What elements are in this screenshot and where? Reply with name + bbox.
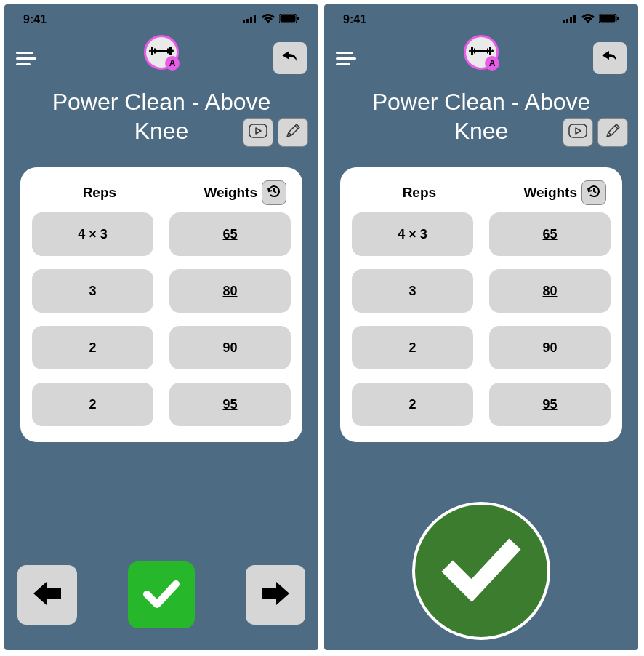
footer-nav (4, 561, 318, 650)
footer-done (324, 502, 638, 650)
card-header: Reps Weights (32, 180, 291, 212)
reps-cell[interactable]: 3 (352, 269, 473, 313)
undo-icon (600, 49, 619, 67)
svg-rect-8 (151, 47, 153, 55)
status-time: 9:41 (343, 13, 366, 26)
reps-cell[interactable]: 2 (32, 383, 153, 426)
cellular-icon (243, 13, 257, 26)
battery-icon (279, 13, 299, 26)
check-icon (141, 577, 182, 613)
reps-cell[interactable]: 4 × 3 (352, 212, 473, 256)
title-row: Power Clean - Above Knee (4, 80, 318, 145)
history-icon (586, 183, 602, 202)
done-big-button[interactable] (412, 502, 550, 640)
svg-rect-26 (489, 47, 491, 55)
arrow-left-icon (29, 577, 65, 612)
svg-point-13 (172, 50, 174, 52)
history-button[interactable] (262, 180, 286, 205)
svg-rect-30 (569, 124, 587, 137)
cellular-icon (563, 13, 577, 26)
status-time: 9:41 (23, 13, 47, 26)
sets-rows: 4 × 3 65 3 80 2 90 2 95 (352, 212, 611, 426)
svg-line-31 (615, 126, 618, 129)
phone-left: 9:41 A (4, 4, 318, 650)
play-icon (568, 124, 587, 141)
svg-rect-17 (566, 19, 568, 23)
edit-button[interactable] (278, 118, 308, 147)
reps-cell[interactable]: 2 (352, 383, 473, 426)
weight-cell[interactable]: 80 (489, 269, 611, 313)
phone-right: 9:41 A (324, 4, 638, 650)
reps-cell[interactable]: 2 (352, 326, 473, 369)
app-logo[interactable]: A (464, 35, 499, 70)
battery-icon (599, 13, 619, 26)
svg-point-12 (149, 50, 151, 52)
history-button[interactable] (581, 180, 606, 205)
menu-button[interactable] (16, 47, 38, 69)
svg-rect-6 (297, 17, 299, 20)
status-bar: 9:41 (4, 4, 318, 31)
svg-rect-0 (243, 20, 245, 23)
reps-header: Reps (36, 185, 163, 201)
reps-cell[interactable]: 2 (32, 326, 153, 369)
top-bar: A (4, 31, 318, 80)
svg-rect-22 (617, 17, 619, 20)
svg-point-28 (469, 50, 471, 52)
next-button[interactable] (246, 565, 305, 625)
app-logo[interactable]: A (144, 35, 179, 70)
svg-point-29 (491, 50, 494, 52)
sets-card: Reps Weights 4 × 3 65 3 80 2 90 2 (340, 167, 622, 442)
undo-button[interactable] (273, 42, 307, 74)
weights-header: Weights (163, 185, 259, 201)
pencil-icon (284, 122, 302, 143)
svg-rect-10 (169, 47, 172, 55)
svg-rect-11 (167, 49, 169, 54)
weight-cell[interactable]: 80 (169, 269, 291, 313)
title-actions (563, 118, 628, 147)
top-bar: A (324, 31, 638, 80)
weight-cell[interactable]: 95 (489, 383, 611, 426)
undo-icon (281, 49, 299, 67)
wifi-icon (262, 13, 275, 26)
video-button[interactable] (563, 118, 593, 147)
reps-header: Reps (356, 185, 483, 201)
menu-button[interactable] (336, 47, 358, 69)
weight-cell[interactable]: 90 (489, 326, 611, 369)
set-row: 2 95 (32, 383, 291, 426)
weight-cell[interactable]: 65 (169, 212, 291, 256)
svg-rect-5 (281, 15, 296, 23)
set-row: 2 90 (352, 326, 611, 369)
arrow-right-icon (257, 577, 294, 612)
weights-header: Weights (483, 185, 579, 201)
sets-card: Reps Weights 4 × 3 65 3 80 2 90 2 (20, 167, 302, 442)
reps-cell[interactable]: 4 × 3 (32, 212, 153, 256)
logo-badge: A (165, 56, 180, 71)
svg-line-15 (295, 126, 298, 129)
undo-button[interactable] (593, 42, 627, 74)
reps-cell[interactable]: 3 (32, 269, 153, 313)
status-indicators (243, 13, 299, 26)
video-button[interactable] (243, 118, 273, 147)
prev-button[interactable] (17, 565, 77, 625)
weight-cell[interactable]: 65 (489, 212, 611, 256)
svg-rect-1 (246, 19, 249, 23)
set-row: 3 80 (352, 269, 611, 313)
history-icon (266, 183, 282, 202)
set-row: 4 × 3 65 (32, 212, 291, 256)
svg-rect-21 (600, 15, 616, 23)
title-actions (243, 118, 308, 147)
done-button[interactable] (128, 561, 195, 628)
svg-rect-14 (249, 124, 267, 137)
set-row: 2 90 (32, 326, 291, 369)
weight-cell[interactable]: 90 (169, 326, 291, 369)
status-indicators (563, 13, 619, 26)
svg-rect-18 (570, 17, 572, 23)
play-icon (249, 124, 267, 141)
sets-rows: 4 × 3 65 3 80 2 90 2 95 (32, 212, 291, 426)
edit-button[interactable] (597, 118, 628, 147)
set-row: 3 80 (32, 269, 291, 313)
weight-cell[interactable]: 95 (169, 383, 291, 426)
svg-rect-25 (474, 49, 475, 54)
svg-rect-19 (573, 15, 576, 23)
set-row: 4 × 3 65 (352, 212, 611, 256)
